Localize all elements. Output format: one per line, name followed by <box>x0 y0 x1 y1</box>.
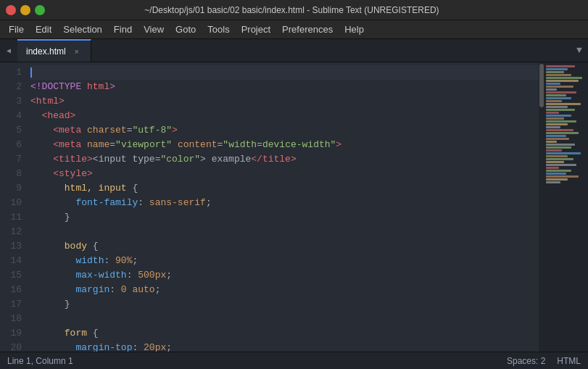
code-line-4: <head> <box>30 109 539 123</box>
code-line-13: body { <box>30 239 539 254</box>
tab-spacer <box>91 39 571 62</box>
code-line-16: margin: 0 auto; <box>30 283 539 297</box>
minimap-content <box>544 62 588 187</box>
menu-preferences[interactable]: Preferences <box>276 22 339 36</box>
tab-scroll-left[interactable]: ◀ <box>0 39 17 62</box>
code-line-19: form { <box>30 326 539 341</box>
maximize-button[interactable] <box>35 5 45 15</box>
menu-view[interactable]: View <box>138 22 170 36</box>
code-line-8: <style> <box>30 167 539 181</box>
line-numbers: 12345 678910 1112131415 1617181920 21222… <box>0 62 28 352</box>
code-line-17: } <box>30 297 539 312</box>
minimize-button[interactable] <box>20 5 30 15</box>
menu-goto[interactable]: Goto <box>170 22 202 36</box>
close-button[interactable] <box>6 5 16 15</box>
status-left: Line 1, Column 1 <box>7 356 73 366</box>
code-line-1 <box>30 65 539 80</box>
code-content[interactable]: <!DOCTYPE html> <html> <head> <meta char… <box>28 62 539 352</box>
window-controls[interactable] <box>6 5 45 15</box>
status-right: Spaces: 2 HTML <box>507 356 581 366</box>
editor-container: 12345 678910 1112131415 1617181920 21222… <box>0 62 588 352</box>
code-line-15: max-width: 500px; <box>30 268 539 283</box>
indentation-info[interactable]: Spaces: 2 <box>507 356 545 366</box>
menu-edit[interactable]: Edit <box>30 22 57 36</box>
scroll-thumb[interactable] <box>539 64 544 107</box>
code-line-14: width: 90%; <box>30 254 539 268</box>
tab-bar: ◀ index.html × ▼ <box>0 39 588 62</box>
menu-selection[interactable]: Selection <box>57 22 107 36</box>
tab-close-button[interactable]: × <box>72 46 82 57</box>
code-line-12 <box>30 225 539 239</box>
code-line-5: <meta charset="utf-8"> <box>30 123 539 138</box>
code-line-10: font-family: sans-serif; <box>30 196 539 210</box>
language-mode[interactable]: HTML <box>557 356 581 366</box>
code-line-2: <!DOCTYPE html> <box>30 80 539 94</box>
menu-file[interactable]: File <box>3 22 30 36</box>
vertical-scrollbar[interactable] <box>539 62 544 352</box>
menu-tools[interactable]: Tools <box>202 22 235 36</box>
code-line-3: <html> <box>30 94 539 109</box>
tab-index-html[interactable]: index.html × <box>17 39 91 62</box>
code-area[interactable]: 12345 678910 1112131415 1617181920 21222… <box>0 62 539 352</box>
status-bar: Line 1, Column 1 Spaces: 2 HTML <box>0 352 588 369</box>
menu-find[interactable]: Find <box>108 22 138 36</box>
code-line-18 <box>30 312 539 326</box>
menu-project[interactable]: Project <box>236 22 276 36</box>
window-title: ~/Desktop/js/01 basic/02 basic/index.htm… <box>45 5 539 15</box>
cursor-position[interactable]: Line 1, Column 1 <box>7 356 73 366</box>
title-bar: ~/Desktop/js/01 basic/02 basic/index.htm… <box>0 0 588 20</box>
code-line-7: <title><input type="color"> example</tit… <box>30 152 539 167</box>
code-line-11: } <box>30 210 539 225</box>
code-line-9: html, input { <box>30 181 539 196</box>
code-line-6: <meta name="viewport" content="width=dev… <box>30 138 539 152</box>
minimap[interactable] <box>544 62 588 352</box>
tab-dropdown-button[interactable]: ▼ <box>571 39 588 62</box>
menu-help[interactable]: Help <box>339 22 370 36</box>
tab-label: index.html <box>26 46 66 57</box>
menu-bar: File Edit Selection Find View Goto Tools… <box>0 20 588 39</box>
code-line-20: margin-top: 20px; <box>30 341 539 352</box>
